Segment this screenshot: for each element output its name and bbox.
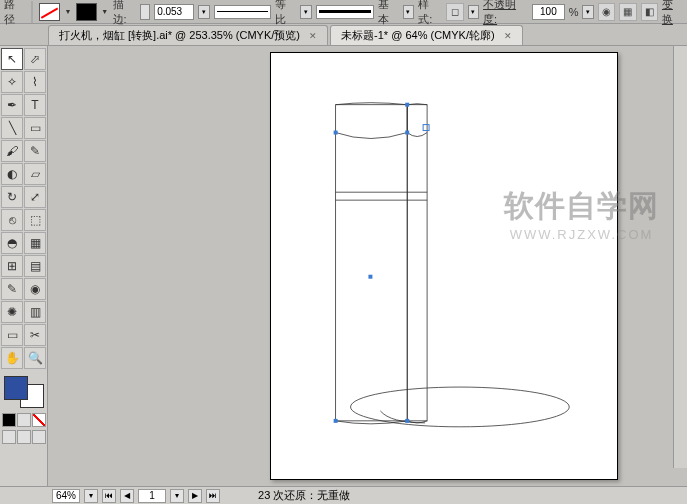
shape-icon[interactable]: ◧ (641, 3, 658, 21)
rectangle-tool[interactable]: ▭ (24, 117, 46, 139)
opacity-dropdown[interactable]: ▾ (582, 5, 594, 19)
svg-rect-1 (407, 105, 427, 421)
eyedropper-tool[interactable]: ✎ (1, 278, 23, 300)
svg-rect-11 (405, 419, 409, 423)
blend-tool[interactable]: ◉ (24, 278, 46, 300)
tab-active-label: 未标题-1* @ 64% (CMYK/轮廓) (341, 29, 495, 41)
style-swatch[interactable]: ◻ (446, 3, 463, 21)
paintbrush-tool[interactable]: 🖌 (1, 140, 23, 162)
separator (31, 1, 33, 23)
stroke-profile[interactable] (214, 5, 272, 19)
svg-rect-0 (336, 105, 408, 421)
tab-active[interactable]: 未标题-1* @ 64% (CMYK/轮廓) ✕ (330, 25, 523, 45)
recolor-icon[interactable]: ◉ (598, 3, 615, 21)
direct-selection-tool[interactable]: ⬀ (24, 48, 46, 70)
fill-swatch[interactable] (39, 3, 60, 21)
stroke-swatch[interactable] (76, 3, 97, 21)
slice-tool[interactable]: ✂ (24, 324, 46, 346)
main-area: ↖ ⬀ ✧ ⌇ ✒ T ╲ ▭ 🖌 ✎ ◐ ▱ ↻ ⤢ ⎋ ⬚ ◓ ▦ ⊞ ▤ … (0, 46, 687, 486)
color-mode-none[interactable] (32, 413, 46, 427)
svg-rect-10 (334, 419, 338, 423)
svg-rect-8 (423, 125, 429, 131)
symbol-sprayer-tool[interactable]: ✺ (1, 301, 23, 323)
tab-inactive[interactable]: 打火机，烟缸 [转换].ai* @ 253.35% (CMYK/预览) ✕ (48, 25, 328, 45)
tool-grid: ↖ ⬀ ✧ ⌇ ✒ T ╲ ▭ 🖌 ✎ ◐ ▱ ↻ ⤢ ⎋ ⬚ ◓ ▦ ⊞ ▤ … (1, 48, 46, 369)
fill-dropdown-icon[interactable]: ▼ (64, 3, 72, 21)
svg-rect-7 (405, 131, 409, 135)
line-tool[interactable]: ╲ (1, 117, 23, 139)
stroke-weight-input[interactable] (154, 4, 194, 20)
eraser-tool[interactable]: ▱ (24, 163, 46, 185)
history-status: 23 次还原：无重做 (258, 488, 350, 503)
opacity-link[interactable]: 不透明度: (483, 0, 528, 27)
tab-inactive-label: 打火机，烟缸 [转换].ai* @ 253.35% (CMYK/预览) (59, 29, 300, 41)
ratio-label: 等比 (275, 0, 296, 27)
path-label: 路径 (4, 0, 25, 27)
artwork (271, 53, 617, 479)
opacity-suffix: % (569, 6, 579, 18)
selection-tool[interactable]: ↖ (1, 48, 23, 70)
zoom-dropdown[interactable]: ▾ (84, 489, 98, 503)
pen-tool[interactable]: ✒ (1, 94, 23, 116)
document-tabs: 打火机，烟缸 [转换].ai* @ 253.35% (CMYK/预览) ✕ 未标… (0, 24, 687, 46)
perspective-grid-tool[interactable]: ▦ (24, 232, 46, 254)
lasso-tool[interactable]: ⌇ (24, 71, 46, 93)
style-label: 样式: (418, 0, 442, 27)
brush-dropdown[interactable]: ▾ (403, 5, 415, 19)
opacity-value[interactable]: 100 (532, 4, 565, 20)
basic-label: 基本 (378, 0, 399, 27)
draw-normal[interactable] (2, 430, 16, 444)
status-bar: 64% ▾ ⏮ ◀ 1 ▾ ▶ ⏭ 23 次还原：无重做 (0, 486, 687, 504)
style-dropdown[interactable]: ▾ (468, 5, 480, 19)
svg-point-4 (351, 387, 570, 427)
artboard (270, 52, 618, 480)
gradient-tool[interactable]: ▤ (24, 255, 46, 277)
svg-rect-9 (368, 275, 372, 279)
artboard-number[interactable]: 1 (138, 489, 166, 503)
type-tool[interactable]: T (24, 94, 46, 116)
svg-rect-5 (334, 131, 338, 135)
color-mode-row (2, 413, 46, 427)
free-transform-tool[interactable]: ⬚ (24, 209, 46, 231)
draw-behind[interactable] (17, 430, 31, 444)
zoom-tool[interactable]: 🔍 (24, 347, 46, 369)
magic-wand-tool[interactable]: ✧ (1, 71, 23, 93)
shape-builder-tool[interactable]: ◓ (1, 232, 23, 254)
stroke-weight-spinner[interactable] (140, 4, 150, 20)
close-icon[interactable]: ✕ (309, 31, 317, 41)
canvas[interactable]: 软件自学网 WWW.RJZXW.COM (48, 46, 687, 486)
screen-mode-row (2, 430, 46, 444)
scale-tool[interactable]: ⤢ (24, 186, 46, 208)
first-artboard-icon[interactable]: ⏮ (102, 489, 116, 503)
artboard-tool[interactable]: ▭ (1, 324, 23, 346)
draw-inside[interactable] (32, 430, 46, 444)
ratio-dropdown[interactable]: ▾ (300, 5, 312, 19)
options-bar: 路径 ▼ ▼ 描边: ▾ 等比 ▾ 基本 ▾ 样式: ◻ ▾ 不透明度: 100… (0, 0, 687, 24)
close-icon[interactable]: ✕ (504, 31, 512, 41)
width-tool[interactable]: ⎋ (1, 209, 23, 231)
prev-artboard-icon[interactable]: ◀ (120, 489, 134, 503)
stroke-label: 描边: (113, 0, 137, 27)
svg-rect-6 (405, 103, 409, 107)
mesh-tool[interactable]: ⊞ (1, 255, 23, 277)
vertical-scrollbar[interactable] (673, 46, 687, 468)
color-mode-gradient[interactable] (17, 413, 31, 427)
hand-tool[interactable]: ✋ (1, 347, 23, 369)
transform-link[interactable]: 变换 (662, 0, 683, 27)
pencil-tool[interactable]: ✎ (24, 140, 46, 162)
column-graph-tool[interactable]: ▥ (24, 301, 46, 323)
align-icon[interactable]: ▦ (619, 3, 636, 21)
artboard-dropdown[interactable]: ▾ (170, 489, 184, 503)
rotate-tool[interactable]: ↻ (1, 186, 23, 208)
stroke-dropdown-icon[interactable]: ▼ (101, 3, 109, 21)
fill-color[interactable] (4, 376, 28, 400)
brush-definition[interactable] (316, 5, 374, 19)
zoom-level[interactable]: 64% (52, 489, 80, 503)
color-mode-color[interactable] (2, 413, 16, 427)
color-indicator[interactable] (2, 374, 46, 410)
blob-brush-tool[interactable]: ◐ (1, 163, 23, 185)
next-artboard-icon[interactable]: ▶ (188, 489, 202, 503)
stroke-weight-dropdown[interactable]: ▾ (198, 5, 210, 19)
toolbox: ↖ ⬀ ✧ ⌇ ✒ T ╲ ▭ 🖌 ✎ ◐ ▱ ↻ ⤢ ⎋ ⬚ ◓ ▦ ⊞ ▤ … (0, 46, 48, 486)
last-artboard-icon[interactable]: ⏭ (206, 489, 220, 503)
